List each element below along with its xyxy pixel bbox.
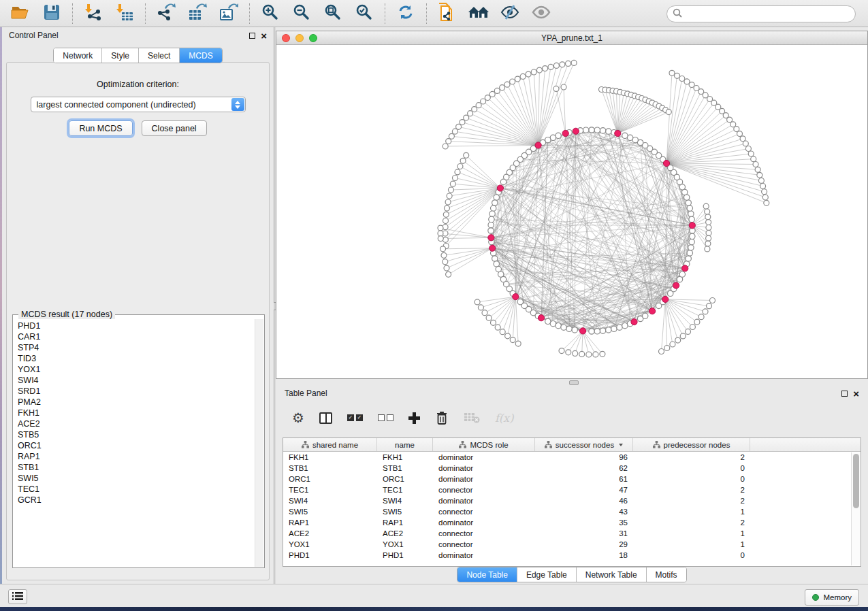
column-settings-gear-icon[interactable]: ⚙	[292, 411, 304, 425]
table-cell[interactable]: 62	[535, 464, 633, 472]
import-table-button[interactable]	[111, 3, 138, 24]
table-cell[interactable]: SWI4	[283, 497, 377, 505]
table-row[interactable]: RAP1RAP1dominator352	[283, 517, 861, 528]
table-cell[interactable]: 61	[535, 475, 633, 483]
table-cell[interactable]: 2	[633, 453, 750, 461]
memory-button[interactable]: Memory	[805, 589, 859, 606]
table-cell[interactable]: RAP1	[377, 518, 433, 527]
mcds-result-item[interactable]: TEC1	[18, 484, 255, 495]
mcds-result-item[interactable]: ACE2	[18, 418, 255, 429]
float-panel-icon[interactable]	[249, 33, 255, 39]
mcds-result-item[interactable]: PHD1	[18, 320, 255, 331]
mcds-result-item[interactable]: FKH1	[18, 408, 255, 418]
column-header-predecessor-nodes[interactable]: predecessor nodes	[633, 438, 750, 451]
show-all-columns-icon[interactable]: ✓✓	[347, 414, 363, 421]
tab-network-table[interactable]: Network Table	[577, 567, 647, 582]
mcds-result-item[interactable]: STP4	[18, 342, 255, 353]
table-row[interactable]: YOX1YOX1connector291	[283, 539, 861, 550]
table-scrollbar-thumb[interactable]	[853, 454, 859, 508]
column-header-MCDS-role[interactable]: MCDS role	[433, 438, 535, 451]
share-document-button[interactable]	[434, 3, 461, 24]
table-cell[interactable]: YOX1	[283, 540, 377, 548]
tab-node-table[interactable]: Node Table	[457, 567, 517, 582]
close-panel-button[interactable]: Close panel	[142, 120, 207, 136]
table-cell[interactable]: 2	[633, 497, 750, 505]
table-cell[interactable]: connector	[433, 529, 535, 538]
table-cell[interactable]: YOX1	[377, 540, 433, 548]
table-row[interactable]: FKH1FKH1dominator962	[283, 452, 861, 463]
table-cell[interactable]: dominator	[433, 464, 535, 472]
result-list-scrollbar[interactable]	[255, 319, 263, 567]
zoom-in-button[interactable]	[257, 3, 284, 24]
tab-style[interactable]: Style	[102, 48, 139, 63]
table-cell[interactable]: 0	[633, 475, 750, 483]
criterion-select[interactable]: largest connected component (undirected)	[31, 97, 246, 112]
table-cell[interactable]: SWI5	[377, 508, 433, 516]
table-cell[interactable]: ORC1	[377, 475, 433, 483]
column-header-name[interactable]: name	[377, 438, 433, 451]
hide-all-columns-icon[interactable]	[378, 414, 393, 421]
table-cell[interactable]: STB1	[377, 464, 433, 472]
search-input[interactable]	[686, 10, 850, 19]
close-panel-icon[interactable]: ×	[261, 33, 267, 39]
table-cell[interactable]: 18	[535, 551, 633, 559]
table-cell[interactable]: 1	[633, 508, 750, 516]
table-cell[interactable]: SWI4	[377, 497, 433, 505]
mcds-result-item[interactable]: STB1	[18, 462, 255, 473]
table-cell[interactable]: 1	[633, 529, 750, 538]
home-networks-button[interactable]	[465, 3, 492, 24]
import-network-button[interactable]	[80, 3, 107, 24]
table-row[interactable]: PHD1PHD1dominator180	[283, 550, 861, 561]
table-cell[interactable]: 43	[535, 508, 633, 516]
table-cell[interactable]: 0	[633, 551, 750, 559]
table-cell[interactable]: 2	[633, 518, 750, 527]
zoom-out-button[interactable]	[288, 3, 315, 24]
table-cell[interactable]: dominator	[433, 497, 535, 505]
table-row[interactable]: ORC1ORC1dominator610	[283, 474, 861, 484]
table-row[interactable]: ACE2ACE2connector311	[283, 528, 861, 539]
table-cell[interactable]: PHD1	[283, 551, 377, 559]
table-cell[interactable]: 29	[535, 540, 633, 548]
table-cell[interactable]: TEC1	[377, 486, 433, 494]
export-network-button[interactable]	[152, 3, 180, 24]
window-zoom-traffic-light[interactable]	[309, 34, 317, 42]
tab-mcds[interactable]: MCDS	[180, 48, 221, 63]
table-cell[interactable]: dominator	[433, 518, 535, 527]
table-cell[interactable]: 2	[633, 486, 750, 494]
table-cell[interactable]: ACE2	[377, 529, 433, 538]
mcds-result-item[interactable]: RAP1	[18, 451, 255, 462]
table-row[interactable]: SWI5SWI5connector431	[283, 506, 861, 517]
float-table-panel-icon[interactable]	[841, 391, 848, 397]
table-cell[interactable]: 0	[633, 464, 750, 472]
mcds-result-item[interactable]: SWI5	[18, 473, 255, 484]
table-cell[interactable]: connector	[433, 508, 535, 516]
table-cell[interactable]: connector	[433, 540, 535, 548]
mcds-result-item[interactable]: SRD1	[18, 386, 255, 397]
open-session-button[interactable]	[7, 3, 34, 24]
table-cell[interactable]: 96	[535, 453, 633, 461]
export-table-button[interactable]	[184, 3, 211, 24]
search-box[interactable]	[666, 5, 856, 22]
table-cell[interactable]: dominator	[433, 453, 535, 461]
table-cell[interactable]: 31	[535, 529, 633, 538]
window-minimize-traffic-light[interactable]	[295, 34, 304, 42]
save-session-button[interactable]	[38, 3, 65, 24]
table-cell[interactable]: TEC1	[283, 486, 377, 494]
run-mcds-button[interactable]: Run MCDS	[69, 120, 132, 136]
table-scrollbar[interactable]	[851, 452, 860, 565]
add-column-icon[interactable]	[408, 412, 420, 424]
horizontal-splitter-grip[interactable]	[569, 380, 579, 385]
table-cell[interactable]: dominator	[433, 551, 535, 559]
mcds-result-item[interactable]: CAR1	[18, 331, 255, 342]
table-cell[interactable]: 46	[535, 497, 633, 505]
table-cell[interactable]: FKH1	[283, 453, 377, 461]
table-cell[interactable]: STB1	[283, 464, 377, 472]
table-row[interactable]: STB1STB1dominator620	[283, 463, 861, 474]
tab-network[interactable]: Network	[54, 48, 102, 63]
network-canvas[interactable]	[276, 45, 867, 378]
table-cell[interactable]: 35	[535, 518, 633, 527]
tab-edge-table[interactable]: Edge Table	[517, 567, 577, 582]
table-cell[interactable]: SWI5	[283, 508, 377, 516]
table-cell[interactable]: RAP1	[283, 518, 377, 527]
tab-motifs[interactable]: Motifs	[647, 567, 686, 582]
